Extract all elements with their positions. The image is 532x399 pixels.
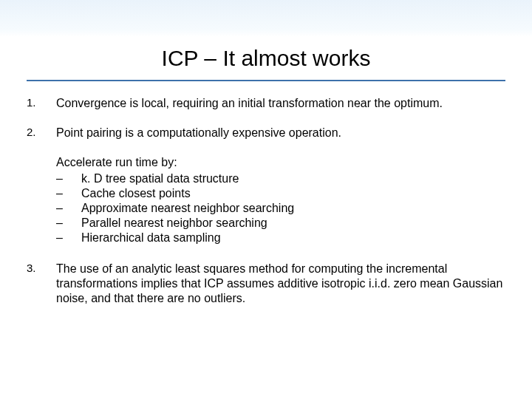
- point-2: 2. Point pairing is a computationally ex…: [27, 126, 505, 140]
- dash-icon: –: [56, 186, 81, 201]
- accelerate-item-2-text: Cache closest points: [81, 186, 191, 201]
- accelerate-item-5: – Hierarchical data sampling: [56, 231, 505, 245]
- dash-icon: –: [56, 231, 81, 245]
- point-1: 1. Convergence is local, requiring an in…: [27, 96, 505, 111]
- accelerate-lead: Accelerate run time by:: [56, 155, 505, 170]
- point-3: 3. The use of an analytic least squares …: [27, 262, 505, 306]
- point-1-text: Convergence is local, requiring an initi…: [56, 96, 505, 111]
- accelerate-item-1-text: k. D tree spatial data structure: [81, 171, 239, 186]
- dash-icon: –: [56, 171, 81, 186]
- dash-icon: –: [56, 216, 81, 231]
- slide-title: ICP – It almost works: [0, 46, 532, 71]
- title-underline: [27, 80, 505, 81]
- accelerate-item-5-text: Hierarchical data sampling: [81, 231, 221, 245]
- point-1-number: 1.: [27, 96, 56, 110]
- slide-body: 1. Convergence is local, requiring an in…: [27, 96, 505, 321]
- point-2-number: 2.: [27, 126, 56, 140]
- accelerate-item-3: – Approximate nearest neighbor searching: [56, 201, 505, 216]
- accelerate-item-2: – Cache closest points: [56, 186, 505, 201]
- point-3-number: 3.: [27, 262, 56, 276]
- accelerate-item-3-text: Approximate nearest neighbor searching: [81, 201, 294, 216]
- point-2-text: Point pairing is a computationally expen…: [56, 126, 505, 140]
- accelerate-item-4-text: Parallel nearest neighbor searching: [81, 216, 267, 231]
- point-3-text: The use of an analytic least squares met…: [56, 262, 505, 306]
- dash-icon: –: [56, 201, 81, 216]
- accelerate-item-4: – Parallel nearest neighbor searching: [56, 216, 505, 231]
- header-band: [0, 0, 532, 37]
- accelerate-item-1: – k. D tree spatial data structure: [56, 171, 505, 186]
- accelerate-block: Accelerate run time by: – k. D tree spat…: [56, 155, 505, 245]
- slide: ICP – It almost works 1. Convergence is …: [0, 0, 532, 399]
